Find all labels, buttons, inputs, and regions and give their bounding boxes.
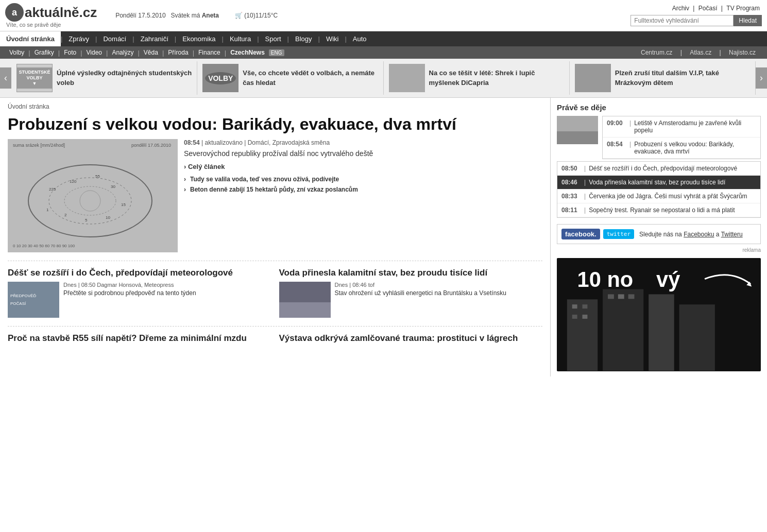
nav2-grafiky[interactable]: Grafiky — [30, 46, 58, 59]
carousel-item-text: Na co se těšit v létě: Shrek i lupič myš… — [429, 68, 564, 87]
facebook-link[interactable]: Facebooku — [684, 231, 714, 238]
ticker-item-2[interactable]: 08:54 | Probuzení s velkou vodou: Bariká… — [603, 138, 760, 159]
ticker-time-6: 08:11 — [561, 207, 581, 214]
ticker-time-1: 09:00 — [607, 119, 626, 134]
ticker-item-6[interactable]: 08:11 | Sopečný trest. Ryanair se nepost… — [557, 203, 760, 217]
ad-area: 10 no vý — [557, 258, 761, 371]
article-meta: 08:54 | aktualizováno | Domácí, Zpravoda… — [184, 139, 373, 146]
carousel-item-img — [389, 64, 425, 92]
tvprogram-link[interactable]: TV Program — [726, 5, 760, 12]
nav2-right: Centrum.cz | Atlas.cz | Najisto.cz — [635, 46, 762, 59]
bottom-article-2: Výstava odkrývá zamlčované trauma: prost… — [279, 333, 543, 344]
sub-article-flood-meta: Dnes | 08:46 tof — [335, 282, 507, 288]
ticker-item-1[interactable]: 09:00 | Letiště v Amsterodamu je zavřené… — [603, 116, 760, 138]
svg-text:30: 30 — [111, 184, 115, 189]
search-input[interactable] — [630, 15, 734, 26]
sub-article-rain-content: PŘEDPOVĚĎ POČASÍ Dnes | 08:50 Dagmar Hon… — [8, 282, 271, 318]
svg-rect-30 — [583, 304, 588, 308]
carousel-item-text: Plzeň zruší titul dalším V.I.P, také Mrá… — [615, 68, 750, 87]
sub-article-flood-text: Dnes | 08:46 tof Stav ohrožení už vyhlás… — [335, 282, 507, 318]
logo[interactable]: a aktuálně.cz Víte, co se právě děje — [5, 3, 97, 28]
main-article-body: suma srázek [mm/24hod] pondělí 17.05.201… — [8, 139, 542, 252]
carousel-item[interactable]: Plzeň zruší titul dalším V.I.P, také Mrá… — [570, 61, 756, 95]
ticker-item-3[interactable]: 08:50 | Déšť se rozšíří i do Čech, předp… — [557, 162, 760, 176]
svg-text:0  10  20  30  40  50  60  70 : 0 10 20 30 40 50 60 70 80 90 100 — [13, 244, 75, 248]
carousel-item[interactable]: Na co se těšit v létě: Shrek i lupič myš… — [384, 61, 570, 95]
nav2-finance[interactable]: Finance — [194, 46, 225, 59]
svg-rect-0 — [8, 139, 178, 252]
facebook-logo[interactable]: facebook. — [561, 229, 600, 239]
svg-text:2: 2 — [64, 213, 67, 217]
carousel-prev-button[interactable]: ‹ — [0, 67, 11, 89]
nav2-video[interactable]: Video — [82, 46, 106, 59]
nav1-auto[interactable]: Auto — [347, 31, 373, 46]
nav1-domaci[interactable]: Domácí — [97, 31, 132, 46]
nav2-czechnews[interactable]: CzechNews — [226, 46, 269, 59]
svatek-label: Svátek má — [171, 12, 200, 19]
centrum-link[interactable]: Centrum.cz — [637, 46, 676, 59]
nav1-zahranici[interactable]: Zahraničí — [134, 31, 175, 46]
article-full-link[interactable]: › Celý článek — [184, 163, 373, 170]
svg-rect-28 — [679, 304, 715, 371]
article-sublink-1[interactable]: Tudy se valila voda, teď ves znovu oživá… — [190, 176, 339, 183]
archiv-link[interactable]: Archiv — [672, 5, 689, 12]
article-sublink-2[interactable]: Beton denně zabíjí 15 hektarů půdy, zní … — [190, 186, 358, 193]
svg-rect-32 — [583, 315, 588, 319]
sub-article-rain-img: PŘEDPOVĚĎ POČASÍ — [8, 282, 59, 318]
carousel-item[interactable]: VOLBY Vše, co chcete vědět o volbách, a … — [197, 61, 383, 95]
nav1-ekonomika[interactable]: Ekonomika — [176, 31, 221, 46]
pocasi-link[interactable]: Počasí — [698, 5, 718, 12]
article-desc: Severovýchod republiky prožíval další no… — [184, 149, 373, 158]
nav1-wiki[interactable]: Wiki — [320, 31, 345, 46]
news-ticker: 09:00 | Letiště v Amsterodamu je zavřené… — [602, 116, 761, 159]
date-text: Pondělí 17.5.2010 — [115, 12, 165, 19]
twitter-logo[interactable]: twitter — [603, 229, 634, 239]
sub-article-rain: Déšť se rozšíří i do Čech, předpovídají … — [8, 267, 271, 318]
nav2-eng[interactable]: ENG — [269, 49, 284, 56]
svg-text:5: 5 — [85, 218, 88, 222]
svg-rect-31 — [572, 315, 577, 319]
nav2-priroda[interactable]: Příroda — [164, 46, 192, 59]
ticker-text-6: Sopečný trest. Ryanair se nepostaral o l… — [589, 207, 735, 214]
social-text: Sledujte nás na Facebooku a Twitteru — [639, 231, 743, 238]
svg-text:120: 120 — [70, 179, 77, 184]
carousel-item-img: STUDENTSKÉVOLBY▼ — [16, 64, 53, 92]
sub-article-flood-desc: Stav ohrožení už vyhlásili energetici na… — [335, 289, 507, 297]
svg-rect-21 — [279, 302, 331, 318]
ticker-item-5[interactable]: 08:33 | Červenka jde od Jágra. Češi musí… — [557, 190, 760, 203]
svg-text:15: 15 — [121, 202, 126, 207]
bottom-article-1-title: Proč na stavbě R55 sílí napětí? Dřeme za… — [8, 333, 271, 344]
nav1-blogy[interactable]: Blogy — [289, 31, 318, 46]
twitter-link[interactable]: Twitteru — [721, 231, 743, 238]
carousel-item-text: Vše, co chcete vědět o volbách, a nemáte… — [243, 68, 378, 87]
svg-text:vý: vý — [656, 267, 680, 291]
sub-article-flood-content: Dnes | 08:46 tof Stav ohrožení už vyhlás… — [279, 282, 543, 318]
nav1-kultura[interactable]: Kultura — [224, 31, 257, 46]
carousel-next-button[interactable]: › — [756, 67, 767, 89]
carousel-item[interactable]: STUDENTSKÉVOLBY▼ Úplné výsledky odtajněn… — [11, 61, 197, 95]
sub-article-rain-desc: Přečtěte si podrobnou předpověď na tento… — [63, 289, 196, 297]
ticker-text-4: Voda přinesla kalamitní stav, bez proudu… — [589, 179, 725, 186]
sub-article-flood: Voda přinesla kalamitní stav, bez proudu… — [279, 267, 543, 318]
nav2-volby[interactable]: Volby — [5, 46, 28, 59]
ticker-img — [557, 116, 598, 144]
ticker-item-4[interactable]: 08:46 | Voda přinesla kalamitní stav, be… — [557, 176, 760, 190]
svg-rect-23 — [557, 131, 598, 144]
nav1-sport[interactable]: Sport — [259, 31, 287, 46]
article-category: Domácí, Zpravodajská směna — [248, 139, 330, 146]
bottom-article-1: Proč na stavbě R55 sílí napětí? Dřeme za… — [8, 333, 271, 344]
social-logos: facebook. twitter — [561, 229, 634, 239]
nav2-foto[interactable]: Foto — [60, 46, 80, 59]
nav1-zpravy[interactable]: Zprávy — [62, 31, 95, 46]
ticker-time-4: 08:46 — [561, 179, 581, 186]
svg-rect-17 — [8, 282, 59, 318]
svg-text:PŘEDPOVĚĎ: PŘEDPOVĚĎ — [10, 294, 36, 298]
search-bar: Hledat — [630, 15, 762, 26]
nav2-analyzy[interactable]: Analýzy — [108, 46, 138, 59]
nav2-veda[interactable]: Věda — [140, 46, 162, 59]
nav1-uvodni[interactable]: Úvodní stránka — [0, 31, 61, 46]
search-button[interactable]: Hledat — [734, 15, 762, 26]
najisto-link[interactable]: Najisto.cz — [725, 46, 760, 59]
atlas-link[interactable]: Atlas.cz — [686, 46, 715, 59]
svg-text:10 no: 10 no — [577, 267, 634, 291]
